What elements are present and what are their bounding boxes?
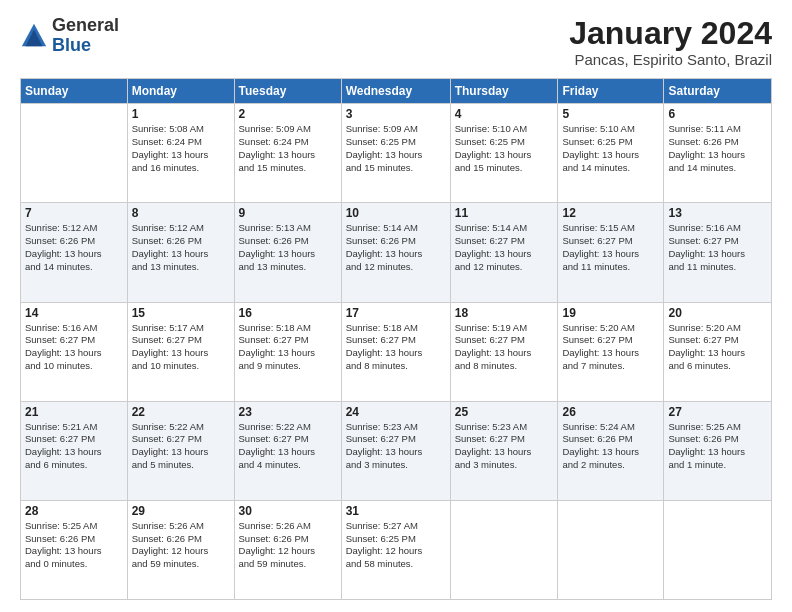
day-number: 4: [455, 107, 554, 121]
day-number: 10: [346, 206, 446, 220]
day-info: Sunrise: 5:10 AMSunset: 6:25 PMDaylight:…: [562, 123, 659, 174]
calendar-row: 14 Sunrise: 5:16 AMSunset: 6:27 PMDaylig…: [21, 302, 772, 401]
day-number: 22: [132, 405, 230, 419]
calendar-table: Sunday Monday Tuesday Wednesday Thursday…: [20, 78, 772, 600]
table-cell: 10 Sunrise: 5:14 AMSunset: 6:26 PMDaylig…: [341, 203, 450, 302]
day-info: Sunrise: 5:25 AMSunset: 6:26 PMDaylight:…: [668, 421, 767, 472]
day-number: 2: [239, 107, 337, 121]
day-number: 20: [668, 306, 767, 320]
logo-icon: [20, 22, 48, 50]
title-block: January 2024 Pancas, Espirito Santo, Bra…: [569, 16, 772, 68]
day-info: Sunrise: 5:22 AMSunset: 6:27 PMDaylight:…: [239, 421, 337, 472]
day-number: 6: [668, 107, 767, 121]
table-cell: 2 Sunrise: 5:09 AMSunset: 6:24 PMDayligh…: [234, 104, 341, 203]
day-info: Sunrise: 5:09 AMSunset: 6:25 PMDaylight:…: [346, 123, 446, 174]
day-info: Sunrise: 5:16 AMSunset: 6:27 PMDaylight:…: [668, 222, 767, 273]
table-cell: [558, 500, 664, 599]
table-cell: 14 Sunrise: 5:16 AMSunset: 6:27 PMDaylig…: [21, 302, 128, 401]
table-cell: [664, 500, 772, 599]
day-number: 19: [562, 306, 659, 320]
day-number: 3: [346, 107, 446, 121]
table-cell: [21, 104, 128, 203]
day-info: Sunrise: 5:12 AMSunset: 6:26 PMDaylight:…: [25, 222, 123, 273]
day-info: Sunrise: 5:25 AMSunset: 6:26 PMDaylight:…: [25, 520, 123, 571]
day-number: 26: [562, 405, 659, 419]
table-cell: 22 Sunrise: 5:22 AMSunset: 6:27 PMDaylig…: [127, 401, 234, 500]
day-info: Sunrise: 5:09 AMSunset: 6:24 PMDaylight:…: [239, 123, 337, 174]
col-thursday: Thursday: [450, 79, 558, 104]
day-info: Sunrise: 5:15 AMSunset: 6:27 PMDaylight:…: [562, 222, 659, 273]
col-tuesday: Tuesday: [234, 79, 341, 104]
day-number: 13: [668, 206, 767, 220]
table-cell: [450, 500, 558, 599]
table-cell: 12 Sunrise: 5:15 AMSunset: 6:27 PMDaylig…: [558, 203, 664, 302]
table-cell: 16 Sunrise: 5:18 AMSunset: 6:27 PMDaylig…: [234, 302, 341, 401]
day-info: Sunrise: 5:18 AMSunset: 6:27 PMDaylight:…: [239, 322, 337, 373]
table-cell: 31 Sunrise: 5:27 AMSunset: 6:25 PMDaylig…: [341, 500, 450, 599]
table-cell: 5 Sunrise: 5:10 AMSunset: 6:25 PMDayligh…: [558, 104, 664, 203]
day-info: Sunrise: 5:11 AMSunset: 6:26 PMDaylight:…: [668, 123, 767, 174]
table-cell: 1 Sunrise: 5:08 AMSunset: 6:24 PMDayligh…: [127, 104, 234, 203]
day-number: 18: [455, 306, 554, 320]
calendar-row: 21 Sunrise: 5:21 AMSunset: 6:27 PMDaylig…: [21, 401, 772, 500]
col-friday: Friday: [558, 79, 664, 104]
calendar-row: 7 Sunrise: 5:12 AMSunset: 6:26 PMDayligh…: [21, 203, 772, 302]
table-cell: 6 Sunrise: 5:11 AMSunset: 6:26 PMDayligh…: [664, 104, 772, 203]
table-cell: 29 Sunrise: 5:26 AMSunset: 6:26 PMDaylig…: [127, 500, 234, 599]
day-info: Sunrise: 5:14 AMSunset: 6:26 PMDaylight:…: [346, 222, 446, 273]
day-info: Sunrise: 5:26 AMSunset: 6:26 PMDaylight:…: [132, 520, 230, 571]
day-number: 9: [239, 206, 337, 220]
table-cell: 11 Sunrise: 5:14 AMSunset: 6:27 PMDaylig…: [450, 203, 558, 302]
day-info: Sunrise: 5:23 AMSunset: 6:27 PMDaylight:…: [455, 421, 554, 472]
page: General Blue January 2024 Pancas, Espiri…: [0, 0, 792, 612]
day-number: 16: [239, 306, 337, 320]
table-cell: 25 Sunrise: 5:23 AMSunset: 6:27 PMDaylig…: [450, 401, 558, 500]
month-title: January 2024: [569, 16, 772, 51]
day-info: Sunrise: 5:16 AMSunset: 6:27 PMDaylight:…: [25, 322, 123, 373]
table-cell: 28 Sunrise: 5:25 AMSunset: 6:26 PMDaylig…: [21, 500, 128, 599]
header-row: Sunday Monday Tuesday Wednesday Thursday…: [21, 79, 772, 104]
day-info: Sunrise: 5:27 AMSunset: 6:25 PMDaylight:…: [346, 520, 446, 571]
table-cell: 27 Sunrise: 5:25 AMSunset: 6:26 PMDaylig…: [664, 401, 772, 500]
table-cell: 13 Sunrise: 5:16 AMSunset: 6:27 PMDaylig…: [664, 203, 772, 302]
day-number: 25: [455, 405, 554, 419]
logo: General Blue: [20, 16, 119, 56]
day-number: 1: [132, 107, 230, 121]
table-cell: 24 Sunrise: 5:23 AMSunset: 6:27 PMDaylig…: [341, 401, 450, 500]
table-cell: 23 Sunrise: 5:22 AMSunset: 6:27 PMDaylig…: [234, 401, 341, 500]
table-cell: 19 Sunrise: 5:20 AMSunset: 6:27 PMDaylig…: [558, 302, 664, 401]
day-number: 27: [668, 405, 767, 419]
day-number: 30: [239, 504, 337, 518]
day-info: Sunrise: 5:12 AMSunset: 6:26 PMDaylight:…: [132, 222, 230, 273]
col-saturday: Saturday: [664, 79, 772, 104]
day-number: 15: [132, 306, 230, 320]
table-cell: 18 Sunrise: 5:19 AMSunset: 6:27 PMDaylig…: [450, 302, 558, 401]
table-cell: 15 Sunrise: 5:17 AMSunset: 6:27 PMDaylig…: [127, 302, 234, 401]
day-number: 8: [132, 206, 230, 220]
day-number: 24: [346, 405, 446, 419]
day-info: Sunrise: 5:10 AMSunset: 6:25 PMDaylight:…: [455, 123, 554, 174]
day-number: 21: [25, 405, 123, 419]
table-cell: 7 Sunrise: 5:12 AMSunset: 6:26 PMDayligh…: [21, 203, 128, 302]
day-info: Sunrise: 5:23 AMSunset: 6:27 PMDaylight:…: [346, 421, 446, 472]
day-info: Sunrise: 5:24 AMSunset: 6:26 PMDaylight:…: [562, 421, 659, 472]
day-info: Sunrise: 5:20 AMSunset: 6:27 PMDaylight:…: [562, 322, 659, 373]
day-number: 7: [25, 206, 123, 220]
col-wednesday: Wednesday: [341, 79, 450, 104]
table-cell: 20 Sunrise: 5:20 AMSunset: 6:27 PMDaylig…: [664, 302, 772, 401]
day-info: Sunrise: 5:18 AMSunset: 6:27 PMDaylight:…: [346, 322, 446, 373]
table-cell: 4 Sunrise: 5:10 AMSunset: 6:25 PMDayligh…: [450, 104, 558, 203]
location: Pancas, Espirito Santo, Brazil: [569, 51, 772, 68]
table-cell: 17 Sunrise: 5:18 AMSunset: 6:27 PMDaylig…: [341, 302, 450, 401]
day-number: 23: [239, 405, 337, 419]
day-info: Sunrise: 5:20 AMSunset: 6:27 PMDaylight:…: [668, 322, 767, 373]
day-number: 31: [346, 504, 446, 518]
table-cell: 3 Sunrise: 5:09 AMSunset: 6:25 PMDayligh…: [341, 104, 450, 203]
day-info: Sunrise: 5:08 AMSunset: 6:24 PMDaylight:…: [132, 123, 230, 174]
day-number: 28: [25, 504, 123, 518]
logo-blue: Blue: [52, 36, 119, 56]
table-cell: 8 Sunrise: 5:12 AMSunset: 6:26 PMDayligh…: [127, 203, 234, 302]
day-info: Sunrise: 5:26 AMSunset: 6:26 PMDaylight:…: [239, 520, 337, 571]
day-info: Sunrise: 5:14 AMSunset: 6:27 PMDaylight:…: [455, 222, 554, 273]
calendar-row: 28 Sunrise: 5:25 AMSunset: 6:26 PMDaylig…: [21, 500, 772, 599]
